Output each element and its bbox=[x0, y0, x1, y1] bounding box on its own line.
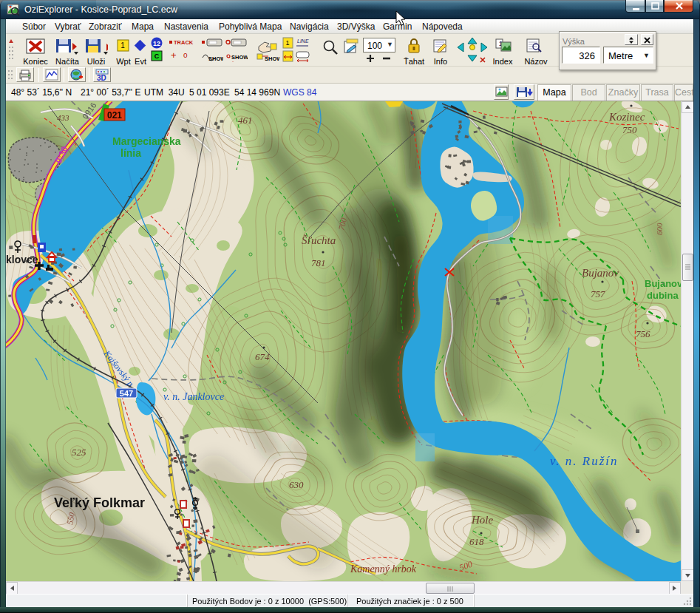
svg-text:C: C bbox=[154, 53, 160, 60]
svg-text:SHOW: SHOW bbox=[208, 55, 223, 62]
svg-text:LINE: LINE bbox=[297, 38, 309, 44]
svg-text:Bujanov: Bujanov bbox=[582, 267, 619, 279]
svg-text:12: 12 bbox=[153, 40, 160, 47]
svg-text:547: 547 bbox=[120, 389, 133, 398]
svg-text:dubina: dubina bbox=[647, 290, 679, 301]
svg-text:Bujanov: Bujanov bbox=[645, 278, 681, 289]
svg-text:SHOW: SHOW bbox=[265, 55, 279, 62]
svg-text:v. n. Ružín: v. n. Ružín bbox=[550, 454, 619, 468]
svg-text:Margecianska: Margecianska bbox=[112, 135, 181, 147]
svg-text:Hole: Hole bbox=[471, 514, 494, 526]
svg-text:674: 674 bbox=[255, 351, 270, 362]
svg-text:021: 021 bbox=[107, 110, 122, 121]
svg-text:Kozinec: Kozinec bbox=[608, 111, 645, 123]
svg-text:SHOW: SHOW bbox=[231, 54, 248, 61]
svg-text:630: 630 bbox=[289, 479, 304, 490]
svg-text:757: 757 bbox=[591, 288, 605, 299]
svg-text:TRACK: TRACK bbox=[174, 39, 194, 46]
svg-text:1: 1 bbox=[285, 39, 289, 47]
svg-text:618: 618 bbox=[469, 536, 484, 547]
svg-text:v. n. Janklovce: v. n. Janklovce bbox=[163, 391, 224, 402]
svg-text:600: 600 bbox=[655, 223, 664, 235]
svg-text:klovce: klovce bbox=[6, 254, 38, 265]
svg-text:Šľuchta: Šľuchta bbox=[302, 234, 336, 246]
svg-text:Veľký Folkmar: Veľký Folkmar bbox=[54, 495, 145, 510]
svg-text:433: 433 bbox=[57, 113, 69, 122]
svg-text:1: 1 bbox=[120, 41, 125, 50]
svg-text:756: 756 bbox=[636, 328, 650, 339]
svg-text:Kamenný hrbok: Kamenný hrbok bbox=[350, 563, 417, 575]
svg-text:o: o bbox=[183, 51, 188, 59]
svg-text:525: 525 bbox=[72, 447, 86, 458]
svg-text:781: 781 bbox=[311, 257, 326, 268]
svg-text:461: 461 bbox=[238, 115, 253, 126]
svg-text:+: + bbox=[171, 50, 177, 61]
svg-text:750: 750 bbox=[622, 124, 637, 135]
svg-text:línia: línia bbox=[120, 147, 141, 159]
svg-text:3D: 3D bbox=[97, 74, 106, 81]
